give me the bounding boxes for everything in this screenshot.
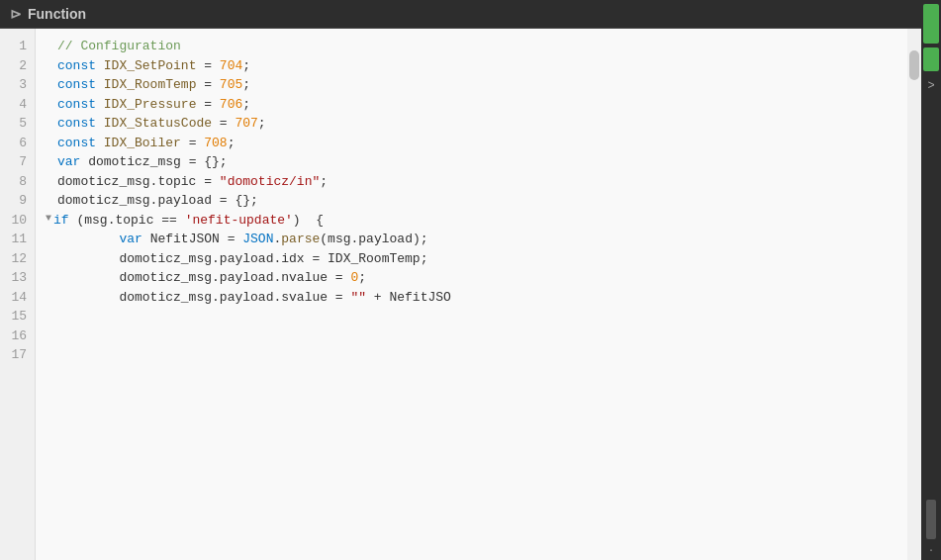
code-line: domoticz_msg.topic = "domoticz/in"; [46,172,897,192]
line-number: 7 [0,152,35,172]
token: = [181,134,204,153]
editor-container: 1234567891011121314151617 // Configurati… [0,29,921,560]
token: JSON [242,230,273,249]
token: = [196,95,219,115]
token: ) { [293,211,324,231]
code-line: domoticz_msg.payload.idx = IDX_RoomTemp; [46,249,897,269]
token: = [196,56,219,76]
token: parse [281,230,320,249]
token: ; [242,75,250,95]
line-numbers: 1234567891011121314151617 [0,29,36,560]
token: domoticz_msg.payload = {}; [57,191,258,211]
token: (msg.payload); [320,230,427,249]
scrollbar-area[interactable] [907,29,921,560]
token: const [57,95,104,115]
token: 0 [350,268,358,288]
code-line: domoticz_msg.payload.nvalue = 0; [46,268,897,288]
token: "" [350,288,366,308]
line-number: 12 [0,249,35,269]
token: ; [242,56,250,76]
token: domoticz_msg.payload.idx = IDX_RoomTemp; [57,249,427,269]
token: IDX_SetPoint [104,56,197,76]
sidebar-dot: · [928,545,934,556]
token: IDX_RoomTemp [104,75,197,95]
token: domoticz_msg = {}; [88,152,227,172]
token: = [212,114,235,134]
token: const [57,114,104,134]
sidebar-scroll-thumb[interactable] [926,500,936,539]
token: IDX_Pressure [104,95,197,115]
token: const [57,56,104,76]
line-number: 8 [0,172,35,192]
scrollbar-thumb[interactable] [909,50,919,80]
code-line: var domoticz_msg = {}; [46,152,897,172]
token [57,230,119,249]
title-arrow-icon: ⊳ [10,6,22,22]
line-number: 17 [0,345,35,365]
token: // Configuration [57,37,181,56]
right-sidebar: > · [921,0,941,560]
line-number: 14 [0,288,35,308]
code-area[interactable]: // Configurationconst IDX_SetPoint = 704… [36,29,907,560]
sidebar-tab-1[interactable] [923,4,939,44]
code-line: const IDX_StatusCode = 707; [46,114,897,134]
token: IDX_StatusCode [104,114,212,134]
token: domoticz_msg.payload.svalue = [57,288,350,308]
token: domoticz_msg.payload.nvalue = [57,268,350,288]
token: + NefitJSO [366,288,451,308]
code-line: domoticz_msg.payload = {}; [46,191,897,211]
token: const [57,134,104,153]
title-bar: ⊳ Function [0,0,921,29]
code-line: const IDX_RoomTemp = 705; [46,75,897,95]
line-number: 15 [0,307,35,327]
sidebar-tab-2[interactable] [923,47,939,71]
line-number: 2 [0,56,35,76]
token: domoticz_msg.topic = [57,172,220,192]
fold-arrow-icon[interactable]: ▼ [46,211,51,231]
token: ; [358,268,366,288]
code-line: // Configuration [46,37,897,56]
token: ; [228,134,235,153]
token: var [119,230,149,249]
token: 707 [235,114,257,134]
code-line: domoticz_msg.payload.svalue = "" + Nefit… [46,288,897,308]
line-number: 10 [0,211,35,231]
token: (msg.topic == [76,211,184,231]
token: "domoticz/in" [220,172,320,192]
token: 708 [204,134,227,153]
token: if [53,211,76,231]
line-number: 4 [0,95,35,115]
token: NefitJSON = [150,230,243,249]
line-number: 5 [0,114,35,134]
page-title: Function [28,6,86,22]
line-number: 3 [0,75,35,95]
line-number: 9 [0,191,35,211]
token: = [196,75,219,95]
token: ; [242,95,250,115]
main-area: ⊳ Function 1234567891011121314151617 // … [0,0,921,560]
token: ; [258,114,266,134]
code-line: const IDX_SetPoint = 704; [46,56,897,76]
token: 706 [220,95,242,115]
line-number: 13 [0,268,35,288]
token: . [273,230,281,249]
token: ; [320,172,328,192]
code-line: ▼if (msg.topic == 'nefit-update') { [46,211,897,231]
token: 705 [220,75,242,95]
token: var [57,152,88,172]
sidebar-arrow-icon[interactable]: > [927,79,934,93]
token: 704 [220,56,242,76]
line-number: 16 [0,327,35,346]
line-number: 11 [0,230,35,249]
code-line: const IDX_Pressure = 706; [46,95,897,115]
code-line: const IDX_Boiler = 708; [46,134,897,153]
line-number: 6 [0,134,35,153]
token: 'nefit-update' [185,211,293,231]
token: IDX_Boiler [104,134,181,153]
line-number: 1 [0,37,35,56]
code-line: var NefitJSON = JSON.parse(msg.payload); [46,230,897,249]
token: const [57,75,104,95]
